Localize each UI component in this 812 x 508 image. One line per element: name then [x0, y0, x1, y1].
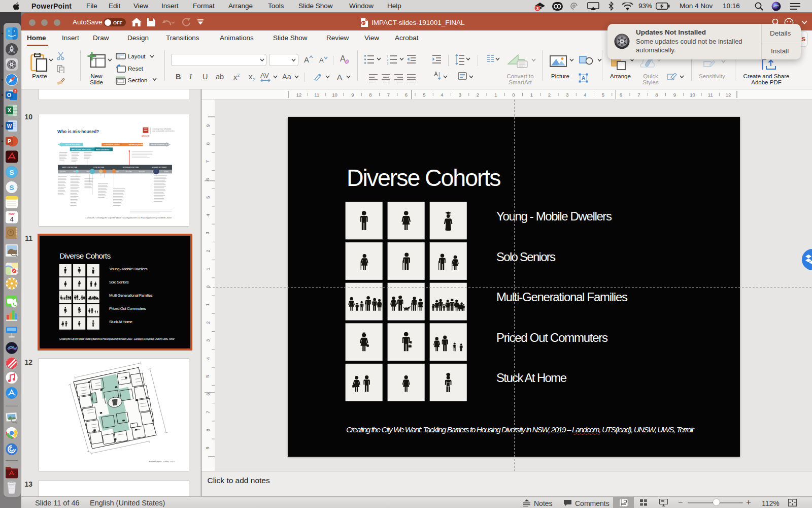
svg-text:2: 2 — [205, 321, 211, 324]
svg-text:A: A — [582, 75, 585, 81]
svg-text:3: 3 — [205, 339, 211, 342]
svg-text:1: 1 — [494, 92, 497, 98]
svg-text:11: 11 — [314, 92, 319, 98]
svg-text:0: 0 — [205, 285, 211, 288]
svg-text:$20,000: $20,000 — [60, 171, 65, 173]
svg-text:P: P — [362, 21, 364, 25]
svg-text:9: 9 — [673, 92, 676, 98]
svg-text:P: P — [8, 138, 11, 144]
svg-text:8: 8 — [655, 92, 658, 98]
svg-text:3: 3 — [387, 62, 389, 65]
svg-text:5: 5 — [423, 92, 425, 98]
svg-text:W: W — [7, 123, 12, 129]
svg-text:1: 1 — [205, 303, 210, 306]
svg-text:0: 0 — [512, 92, 515, 98]
svg-text:HIGHER INCOMES?: HIGHER INCOMES? — [152, 167, 167, 169]
svg-text:8: 8 — [369, 92, 371, 98]
svg-text:8: 8 — [205, 142, 211, 145]
svg-text:1: 1 — [205, 268, 211, 270]
svg-text:3: 3 — [459, 92, 461, 98]
svg-text:and sustainable communities: and sustainable communities — [152, 130, 175, 132]
svg-text:7: 7 — [205, 411, 211, 414]
svg-text:AFFORDABLE HOUSING: AFFORDABLE HOUSING — [72, 149, 91, 151]
svg-text:10: 10 — [690, 92, 695, 98]
svg-text:O: O — [7, 92, 12, 98]
svg-text:12: 12 — [296, 92, 302, 98]
svg-text:Who is mis-housed?: Who is mis-housed? — [57, 129, 99, 134]
svg-text:VERY LOW INCOME: VERY LOW INCOME — [62, 167, 77, 169]
svg-text:LOW INCOME: LOW INCOME — [93, 167, 104, 169]
svg-text:SOCIAL HOUSING: SOCIAL HOUSING — [65, 144, 80, 146]
svg-text:3: 3 — [566, 92, 568, 98]
svg-text:2: 2 — [477, 92, 479, 98]
svg-text:4: 4 — [584, 92, 586, 98]
svg-text:5: 5 — [205, 375, 210, 377]
svg-text:9: 9 — [205, 124, 211, 127]
svg-text:6: 6 — [205, 178, 210, 180]
svg-text:7: 7 — [205, 160, 210, 163]
svg-text:9: 9 — [351, 92, 354, 98]
svg-text:1: 1 — [387, 55, 389, 58]
svg-text:6: 6 — [405, 92, 408, 98]
svg-text:2: 2 — [548, 92, 551, 98]
svg-text:4: 4 — [205, 214, 211, 216]
svg-text:7: 7 — [387, 92, 390, 98]
svg-text:$150,000: $150,000 — [139, 171, 145, 173]
svg-text:1: 1 — [530, 92, 533, 98]
svg-text:7: 7 — [637, 92, 640, 98]
svg-text:PRIVATE MARKET HOUSING: PRIVATE MARKET HOUSING — [151, 144, 174, 146]
svg-text:Hunker Areal, Zurich, 2015: Hunker Areal, Zurich, 2015 — [149, 460, 175, 463]
svg-text:X: X — [8, 107, 12, 113]
svg-text:4: 4 — [205, 357, 211, 360]
svg-text:LANDCOM: LANDCOM — [142, 135, 150, 137]
svg-text:5: 5 — [602, 92, 604, 98]
svg-text:4: 4 — [10, 215, 13, 223]
svg-text:6: 6 — [205, 393, 211, 395]
svg-text:4: 4 — [441, 92, 443, 98]
svg-text:$200K+: $200K+ — [164, 171, 169, 173]
svg-text:Landcom, Creating the City We: Landcom, Creating the City We Want: Tack… — [86, 216, 172, 219]
svg-text:2: 2 — [14, 89, 16, 93]
svg-text:S: S — [9, 184, 14, 192]
svg-text:6: 6 — [620, 92, 622, 98]
svg-text:10: 10 — [332, 92, 337, 98]
svg-text:3: 3 — [536, 6, 539, 11]
svg-text:9: 9 — [205, 447, 210, 449]
svg-text:MODERATE INCOME: MODERATE INCOME — [123, 167, 139, 169]
svg-text:12: 12 — [726, 92, 731, 98]
svg-text:$125,000: $125,000 — [126, 171, 132, 173]
svg-text:Rent subsidised: Rent subsidised — [96, 149, 109, 151]
svg-text:DIVERSE HOUSING: DIVERSE HOUSING — [104, 144, 120, 146]
svg-text:for rent or purchase: for rent or purchase — [129, 144, 145, 146]
svg-text:3: 3 — [205, 232, 210, 234]
svg-text:S: S — [9, 169, 14, 176]
svg-text:2: 2 — [205, 249, 211, 252]
svg-text:11: 11 — [708, 92, 713, 98]
svg-text:2: 2 — [387, 58, 389, 61]
svg-text:5: 5 — [205, 196, 211, 199]
svg-text:8: 8 — [205, 429, 211, 431]
svg-text:Creating more affordable: Creating more affordable — [152, 128, 171, 130]
